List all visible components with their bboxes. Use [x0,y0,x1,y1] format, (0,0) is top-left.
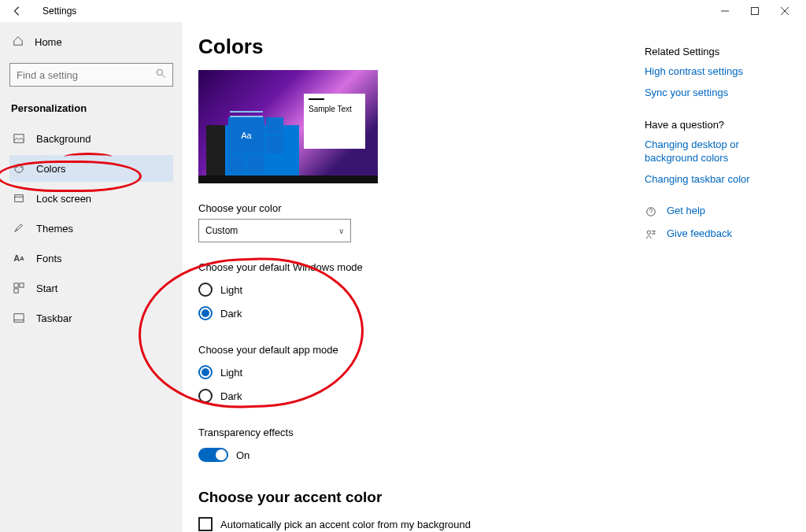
main-content: Colors Aa Sample Text Choose your [183,22,806,532]
link-change-desktop-colors[interactable]: Changing desktop or background colors [645,139,784,165]
sidebar-item-lockscreen[interactable]: Lock screen [9,185,173,212]
back-button[interactable] [6,0,28,22]
preview-tile-aa: Aa [228,117,264,153]
radio-icon [198,389,213,403]
svg-rect-13 [14,314,24,323]
help-icon [645,205,657,218]
arrow-left-icon [12,6,23,17]
sidebar-item-label: Background [36,133,91,145]
transparency-state: On [236,449,250,461]
sidebar-item-label: Themes [36,223,73,235]
sidebar-item-label: Colors [36,163,66,175]
window-title: Settings [43,6,76,17]
app-mode-label: Choose your default app mode [198,344,632,356]
home-icon [13,35,24,49]
maximize-icon [751,7,759,15]
sidebar-item-taskbar[interactable]: Taskbar [9,305,173,331]
svg-point-2 [157,69,162,75]
svg-line-3 [162,75,165,77]
taskbar-icon [13,312,25,324]
radio-icon [198,283,213,297]
chevron-down-icon: ∨ [338,227,344,235]
palette-icon [13,162,25,175]
svg-rect-4 [14,135,24,143]
search-box[interactable] [9,63,173,87]
sidebar-home-label: Home [35,36,62,48]
picture-icon [13,132,25,145]
link-sync-settings[interactable]: Sync your settings [645,87,784,100]
sidebar-item-fonts[interactable]: AA Fonts [9,245,173,272]
search-icon [156,68,166,81]
windows-mode-dark[interactable]: Dark [198,301,632,325]
radio-label: Dark [220,308,242,320]
link-change-taskbar-color[interactable]: Changing taskbar color [645,173,784,187]
sidebar-item-background[interactable]: Background [9,125,173,152]
windows-mode-light[interactable]: Light [198,278,632,301]
close-button[interactable] [770,0,800,22]
preview-window: Sample Text [304,94,365,149]
sidebar-item-label: Fonts [36,253,62,264]
checkbox-icon [198,517,213,531]
svg-rect-11 [20,283,24,287]
svg-rect-8 [15,195,24,202]
radio-label: Dark [220,390,242,402]
sidebar-item-label: Lock screen [36,193,91,205]
search-input[interactable] [17,69,156,81]
feedback-icon [645,228,657,241]
sidebar-home[interactable]: Home [9,28,173,55]
maximize-button[interactable] [740,0,770,22]
svg-rect-12 [14,289,18,293]
choose-color-label: Choose your color [198,202,632,214]
svg-rect-1 [752,8,759,15]
page-title: Colors [198,35,632,59]
windows-mode-label: Choose your default Windows mode [198,261,632,273]
minimize-icon [721,7,729,15]
svg-point-7 [20,166,22,168]
sidebar-item-label: Start [36,283,57,294]
color-preview: Aa Sample Text [198,70,378,183]
svg-point-6 [17,166,18,168]
start-icon [13,282,25,294]
related-heading: Related Settings [645,46,784,57]
question-heading: Have a question? [645,119,784,131]
choose-color-value: Custom [205,225,238,236]
radio-icon [198,365,213,379]
radio-label: Light [220,284,242,296]
app-mode-dark[interactable]: Dark [198,384,632,408]
brush-icon [13,222,25,235]
accent-auto-label: Automatically pick an accent color from … [220,519,471,530]
sidebar-item-start[interactable]: Start [9,275,173,301]
app-mode-light[interactable]: Light [198,360,632,384]
choose-color-dropdown[interactable]: Custom ∨ [198,219,351,242]
svg-point-5 [15,164,24,173]
sidebar-section-label: Personalization [11,102,173,114]
transparency-label: Transparency effects [198,427,632,438]
titlebar: Settings [0,0,806,22]
accent-auto-row[interactable]: Automatically pick an accent color from … [198,517,632,531]
link-high-contrast[interactable]: High contrast settings [645,65,784,79]
settings-window: Settings Home Personalization Background… [0,0,806,532]
sidebar-item-label: Taskbar [36,312,72,324]
sidebar-item-themes[interactable]: Themes [9,215,173,242]
sidebar-item-colors[interactable]: Colors [9,155,173,182]
accent-heading: Choose your accent color [198,489,632,506]
transparency-toggle[interactable] [198,448,228,462]
radio-label: Light [220,367,242,379]
sidebar: Home Personalization Background Colors L… [0,22,183,532]
radio-icon [198,306,213,320]
right-sidebar: Related Settings High contrast settings … [632,35,787,532]
svg-rect-10 [14,283,18,287]
font-icon: AA [13,252,25,264]
link-give-feedback[interactable]: Give feedback [667,227,732,241]
close-icon [781,7,789,15]
lock-icon [13,192,25,205]
minimize-button[interactable] [710,0,740,22]
svg-point-16 [647,231,650,234]
link-get-help[interactable]: Get help [667,205,705,218]
preview-sample-text: Sample Text [309,105,360,113]
